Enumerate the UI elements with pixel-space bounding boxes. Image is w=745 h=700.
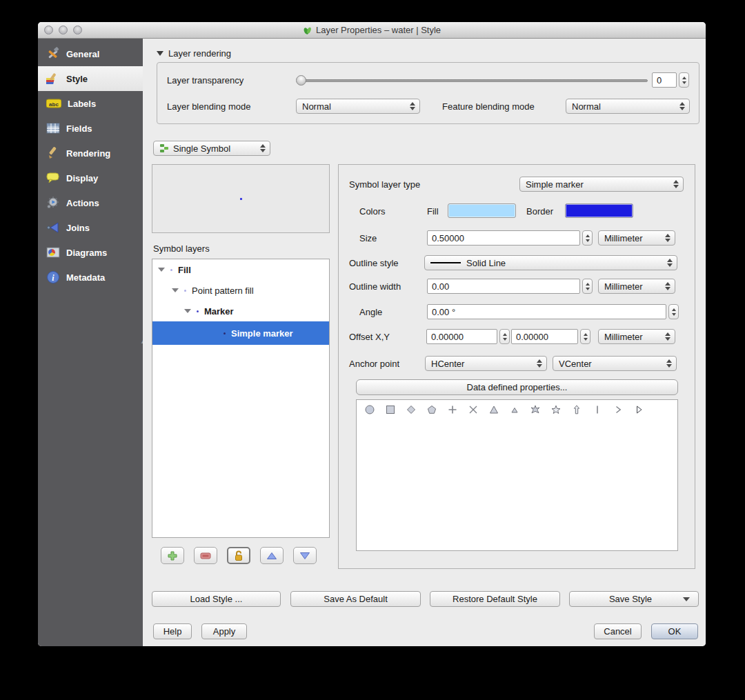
anchor-h-dropdown[interactable]: HCenter: [425, 356, 547, 371]
sidebar-item-fields[interactable]: Fields: [38, 116, 143, 141]
offset-x-stepper[interactable]: [499, 329, 510, 344]
table-icon: [46, 123, 60, 134]
pentagon-shape-icon: [426, 404, 437, 415]
single-symbol-icon: [159, 143, 169, 153]
lock-color-button[interactable]: [227, 547, 250, 564]
save-as-default-button[interactable]: Save As Default: [290, 591, 421, 607]
sidebar-item-labels[interactable]: abc Labels: [38, 91, 143, 116]
marker-shape-vertical-line[interactable]: [587, 404, 608, 415]
tree-label-fill: Fill: [178, 265, 191, 275]
move-layer-down-button[interactable]: [293, 547, 317, 564]
fill-color-swatch[interactable]: [448, 203, 516, 218]
save-style-button[interactable]: Save Style: [569, 591, 699, 607]
marker-shape-arrowhead-right[interactable]: [628, 404, 649, 415]
collapse-triangle-icon: [157, 51, 163, 56]
size-stepper[interactable]: [582, 230, 593, 246]
outline-style-dropdown[interactable]: Solid Line: [424, 255, 677, 270]
move-layer-up-button[interactable]: [260, 547, 284, 564]
offset-y-value: 0.00000: [516, 332, 548, 342]
layer-rendering-groupbox: Layer transparency 0 Layer blending mode…: [157, 62, 699, 124]
marker-shape-cross[interactable]: [463, 404, 484, 415]
sidebar-item-display[interactable]: Display: [38, 166, 143, 190]
border-color-swatch[interactable]: [565, 203, 633, 218]
marker-shape-star-burst[interactable]: [525, 404, 546, 415]
sidebar-item-general[interactable]: General: [38, 41, 143, 66]
star-burst-shape-icon: [530, 404, 541, 415]
open-lock-icon: [234, 550, 244, 561]
marker-shape-triangle[interactable]: [484, 404, 504, 415]
chevron-right-shape-icon: [613, 404, 624, 415]
offset-x-input[interactable]: 0.00000: [426, 329, 497, 344]
marker-shape-plus[interactable]: [442, 404, 463, 415]
load-style-button[interactable]: Load Style ...: [152, 591, 281, 607]
tree-item-marker[interactable]: Marker: [152, 301, 329, 321]
symbol-layer-type-dropdown[interactable]: Simple marker: [519, 177, 684, 192]
marker-shape-square[interactable]: [380, 404, 401, 415]
outline-width-stepper[interactable]: [582, 279, 593, 294]
cancel-button[interactable]: Cancel: [594, 623, 642, 639]
layer-blending-dropdown[interactable]: Normal: [296, 99, 420, 114]
outline-style-label: Outline style: [349, 258, 399, 268]
apply-button[interactable]: Apply: [201, 623, 247, 639]
outline-width-unit-dropdown[interactable]: Millimeter: [598, 279, 675, 294]
offset-y-stepper[interactable]: [580, 329, 590, 344]
expander-icon[interactable]: [158, 268, 165, 272]
help-button[interactable]: Help: [153, 623, 192, 639]
marker-shape-equilateral-triangle[interactable]: [504, 404, 525, 415]
size-unit-dropdown[interactable]: Millimeter: [598, 230, 675, 246]
zoom-window-button[interactable]: [73, 26, 82, 34]
qgis-logo-icon: [303, 26, 312, 35]
marker-shape-arrow-up[interactable]: [566, 404, 587, 415]
angle-stepper[interactable]: [668, 304, 679, 319]
renderer-type-dropdown[interactable]: Single Symbol: [153, 141, 270, 156]
expander-icon[interactable]: [172, 288, 179, 292]
arrow-up-shape-icon: [571, 404, 582, 415]
size-input[interactable]: 0.50000: [427, 230, 580, 246]
fill-color-label: Fill: [427, 206, 439, 217]
marker-shape-circle[interactable]: [359, 404, 380, 415]
restore-default-style-button[interactable]: Restore Default Style: [430, 591, 560, 607]
tree-label-point-pattern-fill: Point pattern fill: [192, 286, 254, 296]
layer-transparency-value-input[interactable]: 0: [652, 72, 677, 88]
offset-y-input[interactable]: 0.00000: [511, 329, 578, 344]
feature-blending-dropdown[interactable]: Normal: [566, 99, 690, 114]
sidebar-item-rendering[interactable]: Rendering: [38, 141, 143, 166]
window-title: Layer Properties – water | Style: [316, 25, 441, 35]
tree-item-simple-marker[interactable]: Simple marker: [152, 321, 329, 345]
join-arrow-icon: [46, 221, 60, 234]
tree-item-point-pattern-fill[interactable]: Point pattern fill: [152, 280, 329, 301]
layer-transparency-stepper[interactable]: [679, 72, 689, 88]
save-as-default-label: Save As Default: [324, 594, 388, 604]
add-symbol-layer-button[interactable]: [161, 547, 184, 564]
offset-unit-dropdown[interactable]: Millimeter: [598, 329, 675, 344]
close-window-button[interactable]: [44, 26, 53, 34]
outline-width-label: Outline width: [349, 281, 401, 292]
marker-shape-diamond[interactable]: [401, 404, 421, 415]
data-defined-properties-button[interactable]: Data defined properties...: [356, 379, 678, 395]
sidebar-item-joins[interactable]: Joins: [38, 215, 143, 240]
remove-symbol-layer-button[interactable]: [194, 547, 217, 564]
marker-shape-pentagon[interactable]: [421, 404, 442, 415]
dropdown-arrows-icon: [260, 144, 266, 152]
tree-item-fill[interactable]: Fill: [152, 259, 329, 280]
symbol-layers-label: Symbol layers: [153, 243, 210, 254]
marker-shape-star[interactable]: [546, 404, 566, 415]
expander-icon[interactable]: [184, 309, 191, 313]
layer-transparency-slider[interactable]: [297, 79, 648, 82]
sidebar-item-diagrams[interactable]: Diagrams: [38, 240, 143, 265]
ok-button[interactable]: OK: [651, 623, 698, 639]
layer-transparency-slider-handle[interactable]: [296, 75, 306, 86]
marker-preview-icon: [197, 310, 199, 312]
layer-rendering-header[interactable]: Layer rendering: [157, 48, 231, 59]
minimize-window-button[interactable]: [59, 26, 68, 34]
offset-label: Offset X,Y: [349, 332, 390, 342]
anchor-v-dropdown[interactable]: VCenter: [553, 356, 677, 371]
titlebar[interactable]: Layer Properties – water | Style: [38, 22, 706, 39]
sidebar-item-actions[interactable]: Actions: [38, 190, 143, 215]
sidebar-item-metadata[interactable]: i Metadata: [38, 265, 143, 290]
sidebar-item-style[interactable]: Style: [38, 66, 143, 91]
angle-input[interactable]: 0.00 °: [427, 304, 666, 319]
outline-width-input[interactable]: 0.00: [427, 279, 580, 294]
down-triangle-icon: [299, 552, 310, 560]
marker-shape-chevron-right[interactable]: [608, 404, 628, 415]
